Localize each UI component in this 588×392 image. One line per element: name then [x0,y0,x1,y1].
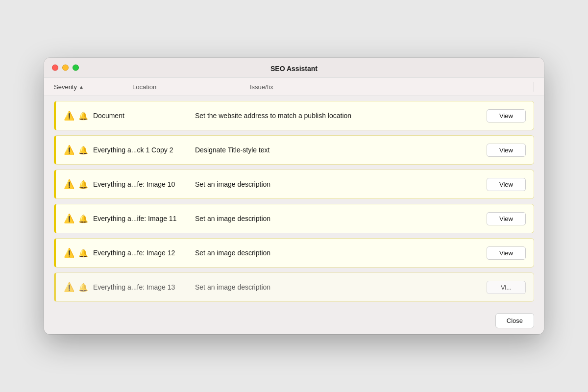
issue-text: Set an image description [191,180,487,188]
warning-icon: ⚠️ [64,145,74,155]
maximize-window-button[interactable] [73,65,79,71]
location-column-header[interactable]: Location [132,83,250,91]
location-text: Everything a...fe: Image 10 [93,180,191,188]
severity-icons: ⚠️ 🔔 [64,179,93,190]
issues-list: ⚠️ 🔔 Document Set the website address to… [44,96,544,307]
view-button[interactable]: View [487,109,526,122]
location-text: Document [93,112,191,120]
bell-icon: 🔔 [78,111,88,121]
issue-column-header[interactable]: Issue/fix [250,83,475,91]
bell-icon: 🔔 [78,146,88,155]
severity-icons: ⚠️ 🔔 [64,247,93,258]
sort-arrow-icon: ▲ [79,84,84,90]
table-row: ⚠️ 🔔 Everything a...ife: Image 11 Set an… [54,204,534,233]
location-text: Everything a...ife: Image 11 [93,215,191,222]
header-divider [534,82,534,92]
close-button[interactable]: Close [495,313,534,328]
footer: Close [44,307,544,334]
view-button[interactable]: View [487,144,526,157]
warning-icon: ⚠️ [64,282,74,293]
issue-text: Set an image description [191,283,487,291]
titlebar: SEO Assistant [44,58,544,78]
table-row: ⚠️ 🔔 Everything a...fe: Image 12 Set an … [54,238,534,268]
view-button[interactable]: View [487,246,526,260]
warning-icon: ⚠️ [64,247,74,258]
location-text: Everything a...fe: Image 13 [93,283,191,291]
issue-text: Set the website address to match a publi… [191,112,487,120]
table-row: ⚠️ 🔔 Everything a...fe: Image 13 Set an … [54,272,534,302]
bell-icon: 🔔 [78,283,88,292]
severity-icons: ⚠️ 🔔 [64,213,93,224]
close-window-button[interactable] [52,65,58,71]
window-title: SEO Assistant [270,65,318,73]
minimize-window-button[interactable] [62,65,69,71]
severity-label: Severity [54,83,77,91]
warning-icon: ⚠️ [64,179,74,190]
view-button[interactable]: Vi... [487,281,526,294]
issue-text: Designate Title-style text [191,146,487,154]
column-headers: Severity ▲ Location Issue/fix [44,78,544,96]
traffic-lights [52,65,79,71]
table-row: ⚠️ 🔔 Everything a...ck 1 Copy 2 Designat… [54,135,534,165]
bell-icon: 🔔 [78,214,88,223]
view-button[interactable]: View [487,178,526,191]
issue-text: Set an image description [191,249,487,257]
warning-icon: ⚠️ [64,110,74,121]
location-text: Everything a...ck 1 Copy 2 [93,146,191,154]
table-row: ⚠️ 🔔 Everything a...fe: Image 10 Set an … [54,170,534,199]
view-button[interactable]: View [487,212,526,225]
table-row: ⚠️ 🔔 Document Set the website address to… [54,101,534,130]
issue-text: Set an image description [191,215,487,222]
app-window: SEO Assistant Severity ▲ Location Issue/… [44,58,544,334]
bell-icon: 🔔 [78,248,88,258]
severity-icons: ⚠️ 🔔 [64,110,93,121]
action-column-header [475,82,534,92]
bell-icon: 🔔 [78,180,88,189]
severity-icons: ⚠️ 🔔 [64,145,93,155]
warning-icon: ⚠️ [64,213,74,224]
severity-column-header[interactable]: Severity ▲ [54,83,132,91]
location-text: Everything a...fe: Image 12 [93,249,191,257]
severity-icons: ⚠️ 🔔 [64,282,93,293]
